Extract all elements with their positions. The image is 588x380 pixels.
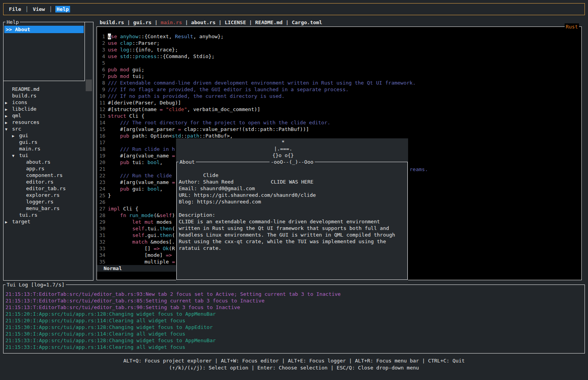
code-line[interactable]: 6pub mod gui; bbox=[97, 66, 581, 73]
tree-item-label: logger.rs bbox=[26, 198, 53, 205]
tree-item-qml[interactable]: ▶qml bbox=[4, 112, 93, 119]
tree-item-editor_tab.rs[interactable]: editor_tab.rs bbox=[4, 185, 93, 192]
line-number: 20 bbox=[99, 159, 105, 166]
tree-item-explorer.rs[interactable]: explorer.rs bbox=[4, 192, 93, 198]
line-number: 10 bbox=[99, 93, 105, 99]
chevron-collapsed-icon: ▶ bbox=[5, 113, 7, 119]
line-number: 31 bbox=[99, 232, 105, 239]
log-line: 21:15:20:I:App:src/tui/app.rs:128:Changi… bbox=[5, 311, 216, 317]
code-line[interactable]: 5 bbox=[97, 60, 581, 66]
tree-item-gui.rs[interactable]: gui.rs bbox=[4, 139, 93, 145]
tree-item-logger.rs[interactable]: logger.rs bbox=[4, 198, 93, 205]
tree-item-editor.rs[interactable]: editor.rs bbox=[4, 179, 93, 185]
tab-separator: | bbox=[182, 19, 191, 25]
menu-file[interactable]: File bbox=[8, 6, 22, 12]
tree-item-label: editor_tab.rs bbox=[26, 185, 66, 192]
tree-item-label: qml bbox=[12, 112, 21, 119]
menu-help[interactable]: Help bbox=[55, 6, 70, 12]
line-number: 1 bbox=[99, 33, 105, 40]
line-number: 8 bbox=[99, 80, 105, 86]
line-number: 18 bbox=[99, 146, 105, 152]
ascii-art-monkey: * |.===. {}o o{} bbox=[273, 139, 294, 159]
line-number: 22 bbox=[99, 172, 105, 179]
line-number: 3 bbox=[99, 46, 105, 53]
code-line[interactable]: 8/// Extendable command-line driven deve… bbox=[97, 80, 581, 86]
about-info-line: ratatui crate. bbox=[179, 245, 405, 251]
line-number: 2 bbox=[99, 40, 105, 46]
tab-separator: | bbox=[215, 19, 224, 25]
tree-item-resources[interactable]: ▶resources bbox=[4, 119, 93, 125]
line-number: 11 bbox=[99, 99, 105, 106]
menu-separator: │ bbox=[46, 6, 55, 12]
about-popup: * |.===. {}o o{} About -ooO--(_)--Ooo Cl… bbox=[176, 138, 408, 284]
editor-tab-bar: build.rs | gui.rs | main.rs | about.rs |… bbox=[100, 19, 322, 26]
line-number: 33 bbox=[99, 245, 105, 252]
keybindings-line1: ALT+Q: Focus project explorer | ALT+W: F… bbox=[0, 357, 588, 364]
about-info-line: Email: shaunrd0@gmail.com bbox=[179, 185, 405, 192]
tree-item-label: explorer.rs bbox=[26, 192, 60, 198]
code-line[interactable]: 2use clap::Parser; bbox=[97, 40, 581, 46]
tree-item-target[interactable]: ▶target bbox=[4, 218, 93, 225]
line-number: 27 bbox=[99, 205, 105, 212]
tui-log-panel: Tui Log [log=1.7/s] 21:15:13:T:EditorTab… bbox=[3, 285, 585, 353]
tree-item-icons[interactable]: ▶icons bbox=[4, 99, 93, 106]
line-number: 23 bbox=[99, 179, 105, 186]
tree-item-tui[interactable]: ▼tui bbox=[4, 152, 93, 159]
log-line: 21:15:30:I:App:src/tui/app.rs:114:Cleari… bbox=[5, 331, 185, 337]
line-number: 15 bbox=[99, 126, 105, 133]
tree-item-README.md[interactable]: README.md bbox=[4, 86, 93, 92]
code-line[interactable]: 10/// If no path is provided, the curren… bbox=[97, 93, 581, 99]
about-info-line: written in Rust using the Qt UI framewor… bbox=[179, 225, 405, 232]
tab-about.rs[interactable]: about.rs bbox=[191, 19, 216, 25]
line-number: 26 bbox=[99, 199, 105, 205]
tree-item-tui.rs[interactable]: tui.rs bbox=[4, 212, 93, 218]
code-line[interactable]: 11#[derive(Parser, Debug)] bbox=[97, 99, 581, 106]
tree-item-label: README.md bbox=[12, 86, 39, 92]
code-line[interactable]: 3use log::{info, trace}; bbox=[97, 46, 581, 53]
tree-item-about.rs[interactable]: about.rs bbox=[4, 159, 93, 165]
line-number: 6 bbox=[99, 66, 105, 73]
chevron-collapsed-icon: ▶ bbox=[5, 119, 7, 126]
code-line[interactable]: 1use anyhow::{Context, Result, anyhow}; bbox=[97, 33, 581, 40]
about-info-line: URL: https://git.shaunreed.com/shaunrd0/… bbox=[179, 192, 405, 198]
code-line[interactable]: 12#[structopt(name = "clide", verbatim_d… bbox=[97, 106, 581, 113]
code-line[interactable]: 7pub mod tui; bbox=[97, 73, 581, 80]
tab-build.rs[interactable]: build.rs bbox=[100, 19, 124, 25]
menu-items: File│View│Help bbox=[8, 6, 70, 12]
code-line[interactable]: 14 /// The root directory for the projec… bbox=[97, 119, 581, 126]
explorer-scrollbar-thumb[interactable] bbox=[86, 80, 92, 91]
tab-main.rs[interactable]: main.rs bbox=[161, 19, 182, 25]
tree-item-libclide[interactable]: ▶libclide bbox=[4, 106, 93, 112]
tab-LICENSE[interactable]: LICENSE bbox=[225, 19, 246, 25]
menu-view[interactable]: View bbox=[32, 6, 46, 12]
tree-item-component.rs[interactable]: component.rs bbox=[4, 172, 93, 179]
tree-item-src[interactable]: ▼src bbox=[4, 125, 93, 132]
menu-option-about[interactable]: >> About bbox=[4, 26, 84, 33]
chevron-collapsed-icon: ▶ bbox=[5, 219, 7, 225]
tree-item-app.rs[interactable]: app.rs bbox=[4, 165, 93, 172]
tree-item-menu_bar.rs[interactable]: menu_bar.rs bbox=[4, 205, 93, 212]
line-number: 35 bbox=[99, 258, 105, 265]
tree-item-label: component.rs bbox=[26, 172, 63, 179]
tree-item-gui[interactable]: ▶gui bbox=[4, 132, 93, 139]
about-info-line: Blog: https://shaunreed.com bbox=[179, 198, 405, 205]
tree-item-build.rs[interactable]: build.rs bbox=[4, 92, 93, 99]
line-number: 25 bbox=[99, 192, 105, 199]
tree-item-label: src bbox=[12, 125, 21, 132]
log-line: 21:15:33:I:App:src/tui/app.rs:114:Cleari… bbox=[5, 344, 185, 350]
tab-Cargo.toml[interactable]: Cargo.toml bbox=[292, 19, 322, 25]
line-number: 29 bbox=[99, 219, 105, 225]
code-line[interactable]: 9/// If no flags are provided, the GUI e… bbox=[97, 86, 581, 93]
code-line[interactable]: 13struct Cli { bbox=[97, 113, 581, 119]
code-line[interactable]: 15 #[arg(value_parser = clap::value_pars… bbox=[97, 126, 581, 133]
code-line[interactable]: 4use std::process::{Command, Stdio}; bbox=[97, 53, 581, 60]
chevron-expanded-icon: ▼ bbox=[12, 152, 14, 159]
tab-README.md[interactable]: README.md bbox=[255, 19, 282, 25]
line-number: 9 bbox=[99, 86, 105, 93]
line-number: 21 bbox=[99, 166, 105, 172]
log-line: 21:15:13:T:EditorTab:src/tui/editor_tab.… bbox=[5, 291, 341, 297]
tree-item-label: icons bbox=[12, 99, 27, 106]
about-popup-box: About -ooO--(_)--Ooo Clide CLIDE WAS HER… bbox=[176, 162, 408, 280]
tab-gui.rs[interactable]: gui.rs bbox=[133, 19, 151, 25]
tree-item-main.rs[interactable]: main.rs bbox=[4, 145, 93, 152]
